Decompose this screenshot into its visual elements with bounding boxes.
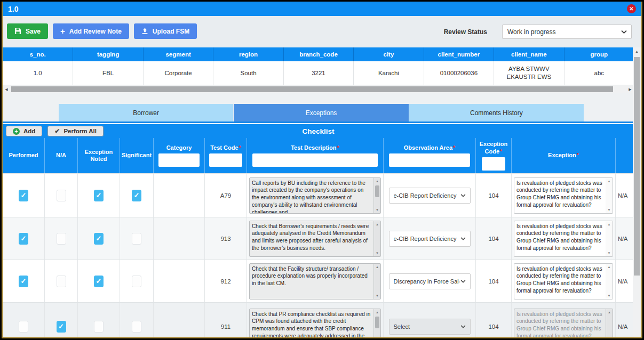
summary-branch-code: 3221 [283,61,353,85]
scroll-up-icon[interactable]: ▲ [606,223,613,226]
scroll-down-icon[interactable]: ▼ [374,208,380,212]
tab-exceptions[interactable]: Exceptions [233,104,408,122]
col-na: N/A [56,152,66,159]
performed-checkbox[interactable]: ✓ [19,276,28,287]
col-test-description: Test Description [291,144,336,151]
observation-area-select[interactable]: e-CIB Report Deficiency [389,188,471,204]
observation-area-select[interactable]: e-CIB Report Deficiency [389,231,471,247]
summary-group: abc [564,61,634,85]
scroll-up-icon[interactable]: ▲ [374,265,380,269]
summary-col-city: city [353,47,423,61]
na-flag-cell: N/A [615,217,634,260]
significant-checkbox[interactable] [132,276,141,287]
test-code-value: 913 [220,236,230,242]
test-code-value: 911 [221,323,230,330]
add-plus-icon: + [13,128,20,135]
exception-code-value: 104 [488,323,498,330]
chevron-down-icon [621,30,627,34]
test-code-value: A79 [220,192,231,199]
scroll-up-icon[interactable]: ▲ [374,180,380,183]
perform-all-button[interactable]: ✔ Perform All [47,126,104,136]
textarea-scrollbar[interactable]: ▲ ▼ [373,221,380,256]
performed-checkbox[interactable] [19,321,28,333]
exception-textarea[interactable]: Is revaluation of pledged stocks was con… [514,309,613,338]
add-review-note-button[interactable]: + Add Review Note [53,23,129,39]
review-status-select[interactable]: Work in progress [502,25,632,39]
required-asterisk: * [453,144,455,151]
na-checkbox[interactable]: ✓ [57,321,66,333]
scroll-down-icon[interactable]: ▼ [606,294,613,297]
scroll-down-icon[interactable]: ▼ [374,252,380,255]
scroll-up-icon[interactable]: ▲ [606,180,613,183]
vertical-scrollbar-thumb[interactable] [634,57,640,276]
exception-textarea[interactable]: Is revaluation of pledged stocks was con… [514,177,613,214]
summary-tagging: FBL [73,61,142,85]
scroll-up-icon[interactable]: ▲ [606,265,613,269]
scroll-down-icon[interactable]: ▼ [606,252,613,255]
textarea-scrollbar[interactable]: ▲ ▼ [606,309,613,338]
test-description-textarea[interactable]: Check that PR compliance checklist as re… [249,309,381,338]
performed-checkbox[interactable]: ✓ [19,190,28,201]
add-button[interactable]: + Add [6,126,42,136]
performed-checkbox[interactable]: ✓ [19,233,28,245]
na-flag-cell: N/A [615,174,634,217]
save-button[interactable]: Save [7,23,48,39]
observation-area-select[interactable]: Discrepancy in Force Sale Valu [389,273,471,289]
scroll-up-icon[interactable]: ▲ [374,223,380,226]
category-filter-input[interactable] [158,153,200,167]
horizontal-scrollbar-thumb[interactable] [11,86,613,92]
test-code-filter-input[interactable] [209,153,243,167]
textarea-scrollbar[interactable]: ▲ ▼ [606,178,613,213]
horizontal-scrollbar[interactable]: ◀ ▶ [3,85,634,93]
summary-table-row: 1.0 FBL Corporate South 3221 Karachi 010… [3,61,634,85]
textarea-scrollbar[interactable]: ▲ ▼ [606,264,613,299]
chevron-down-icon [460,237,466,240]
textarea-scrollbar[interactable]: ▲ ▼ [606,221,613,256]
test-description-filter-input[interactable] [252,153,378,167]
exception-noted-checkbox[interactable]: ✓ [94,276,104,287]
test-description-textarea[interactable]: Call reports by BU including the referen… [249,177,381,214]
tab-comments-history[interactable]: Comments History [409,104,584,122]
summary-city: Karachi [353,61,423,85]
significant-checkbox[interactable]: ✓ [132,190,141,201]
vertical-scrollbar[interactable]: ▲ [633,47,641,337]
na-checkbox[interactable] [57,190,66,201]
tab-borrower[interactable]: Borrower [59,104,233,122]
exception-code-value: 104 [488,192,498,199]
category-cell [153,174,204,217]
summary-client-number: 01000206036 [424,61,494,85]
scroll-up-icon[interactable]: ▲ [606,311,613,314]
close-icon[interactable]: ✕ [627,4,636,13]
exception-noted-checkbox[interactable]: ✓ [94,233,104,245]
scroll-left-icon[interactable]: ◀ [3,85,10,93]
exception-textarea[interactable]: Is revaluation of pledged stocks was con… [514,221,613,257]
observation-area-filter-input[interactable] [389,153,470,167]
exception-code-filter-input[interactable] [482,157,505,171]
exception-textarea[interactable]: Is revaluation of pledged stocks was con… [514,263,613,299]
na-flag-cell: N/A [615,260,634,302]
exception-noted-checkbox[interactable]: ✓ [94,190,104,201]
textarea-scrollbar[interactable]: ▲ ▼ [373,309,380,338]
na-checkbox[interactable] [57,233,66,245]
required-asterisk: * [337,144,339,151]
observation-area-select[interactable]: Select [389,319,471,335]
upload-fsm-button[interactable]: Upload FSM [134,23,197,39]
summary-col-region: region [213,47,283,61]
scroll-up-icon[interactable]: ▲ [374,311,380,314]
chevron-down-icon [460,325,466,328]
textarea-scrollbar[interactable]: ▲ ▼ [373,264,380,299]
test-description-textarea[interactable]: Check that Borrower's requirements / nee… [249,221,381,257]
significant-checkbox[interactable] [132,233,141,245]
significant-checkbox[interactable] [132,321,141,333]
category-cell [153,217,204,260]
test-description-textarea[interactable]: Check that the Facility structure/ trans… [249,263,381,299]
upload-icon [141,28,148,35]
na-checkbox[interactable] [57,276,66,287]
exception-noted-checkbox[interactable] [94,321,104,333]
category-cell [153,260,204,302]
textarea-scrollbar[interactable]: ▲ ▼ [373,178,380,213]
scroll-down-icon[interactable]: ▼ [606,208,613,212]
col-significant: Significant [122,152,152,159]
scroll-up-icon[interactable]: ▲ [633,47,641,55]
scroll-down-icon[interactable]: ▼ [374,294,380,297]
